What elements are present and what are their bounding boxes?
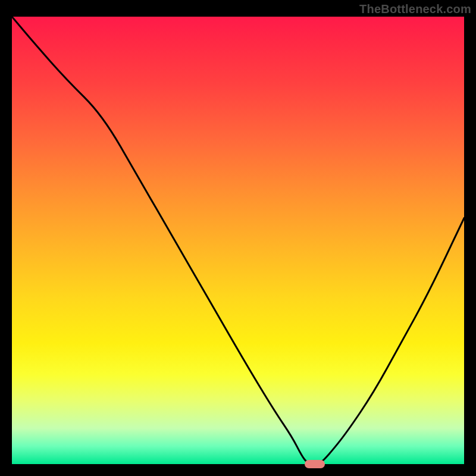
plot-area [12,17,464,464]
chart-line [12,17,464,464]
watermark-text: TheBottleneck.com [359,2,471,16]
bottleneck-marker [305,460,325,468]
chart-frame: TheBottleneck.com [0,0,476,476]
line-chart-svg [12,17,464,464]
